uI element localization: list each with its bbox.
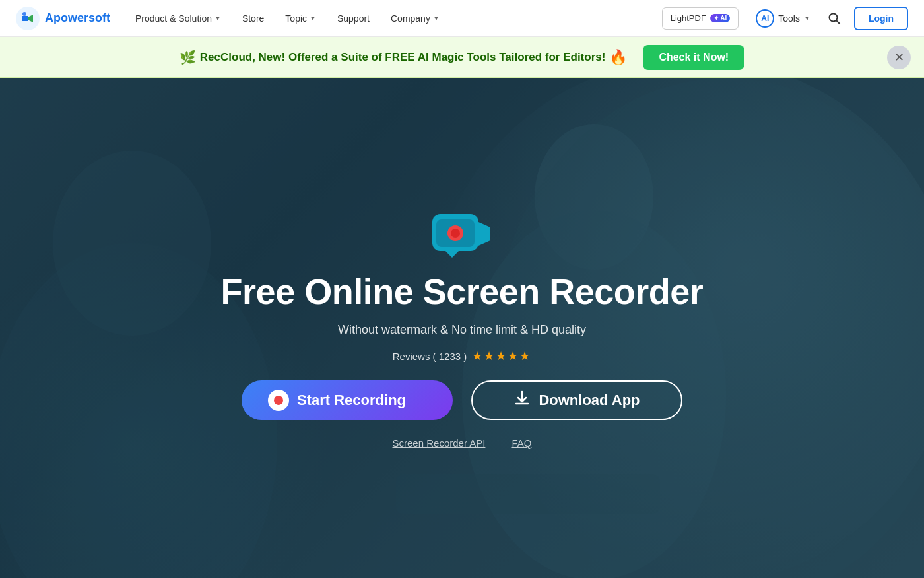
nav-topic[interactable]: Topic ▼ bbox=[276, 0, 325, 37]
download-icon bbox=[513, 390, 531, 411]
svg-point-1 bbox=[22, 12, 26, 16]
hero-icon-row bbox=[432, 207, 492, 258]
recorder-app-icon bbox=[432, 207, 492, 258]
fire-icon: 🔥 bbox=[609, 49, 627, 66]
navbar: Apowersoft Product & Solution ▼ Store To… bbox=[0, 0, 924, 37]
nav-company[interactable]: Company ▼ bbox=[381, 0, 449, 37]
download-app-button[interactable]: Download App bbox=[471, 380, 682, 420]
nav-product-solution[interactable]: Product & Solution ▼ bbox=[126, 0, 230, 37]
record-icon bbox=[268, 390, 289, 411]
hero-title: Free Online Screen Recorder bbox=[221, 272, 704, 311]
reccloud-icon: 🌿 bbox=[180, 50, 196, 65]
star-rating: ★★★★★ bbox=[472, 349, 531, 363]
close-icon: ✕ bbox=[894, 50, 904, 65]
login-button[interactable]: Login bbox=[854, 7, 908, 30]
start-recording-button[interactable]: Start Recording bbox=[242, 380, 453, 420]
tools-chevron-icon: ▼ bbox=[804, 15, 810, 22]
record-dot bbox=[274, 396, 283, 405]
hero-buttons: Start Recording Download App bbox=[242, 380, 682, 420]
svg-line-3 bbox=[836, 20, 840, 24]
hero-content: Free Online Screen Recorder Without wate… bbox=[221, 207, 704, 449]
company-chevron-icon: ▼ bbox=[433, 15, 440, 22]
logo-text: Apowersoft bbox=[45, 11, 110, 25]
search-button[interactable] bbox=[822, 7, 846, 30]
hero-section: Free Online Screen Recorder Without wate… bbox=[0, 78, 924, 578]
hero-subtitle: Without watermark & No time limit & HD q… bbox=[338, 323, 586, 337]
logo[interactable]: Apowersoft bbox=[16, 7, 110, 30]
product-chevron-icon: ▼ bbox=[214, 15, 221, 22]
svg-point-13 bbox=[451, 229, 460, 238]
nav-support[interactable]: Support bbox=[328, 0, 379, 37]
logo-icon bbox=[16, 7, 40, 30]
lightpdf-label: LightPDF bbox=[671, 13, 706, 23]
ai-badge: ✦ AI bbox=[710, 14, 730, 22]
svg-marker-14 bbox=[478, 222, 490, 246]
reviews-label: Reviews ( 1233 ) bbox=[393, 351, 467, 362]
hero-links: Screen Recorder API FAQ bbox=[393, 437, 532, 449]
screen-recorder-api-link[interactable]: Screen Recorder API bbox=[393, 437, 486, 449]
banner-text: 🌿 RecCloud, New! Offered a Suite of FREE… bbox=[180, 49, 628, 66]
topic-chevron-icon: ▼ bbox=[310, 15, 316, 22]
faq-link[interactable]: FAQ bbox=[512, 437, 531, 449]
banner-close-button[interactable]: ✕ bbox=[887, 46, 911, 69]
nav-tools[interactable]: AI Tools ▼ bbox=[746, 0, 820, 37]
nav-lightpdf[interactable]: LightPDF ✦ AI bbox=[662, 7, 739, 30]
promo-banner: 🌿 RecCloud, New! Offered a Suite of FREE… bbox=[0, 37, 924, 78]
hero-reviews: Reviews ( 1233 ) ★★★★★ bbox=[393, 349, 532, 363]
download-arrow-icon bbox=[513, 390, 531, 407]
tools-icon: AI bbox=[756, 9, 774, 28]
banner-cta-button[interactable]: Check it Now! bbox=[643, 45, 744, 70]
nav-store[interactable]: Store bbox=[233, 0, 273, 37]
search-icon bbox=[828, 12, 841, 25]
